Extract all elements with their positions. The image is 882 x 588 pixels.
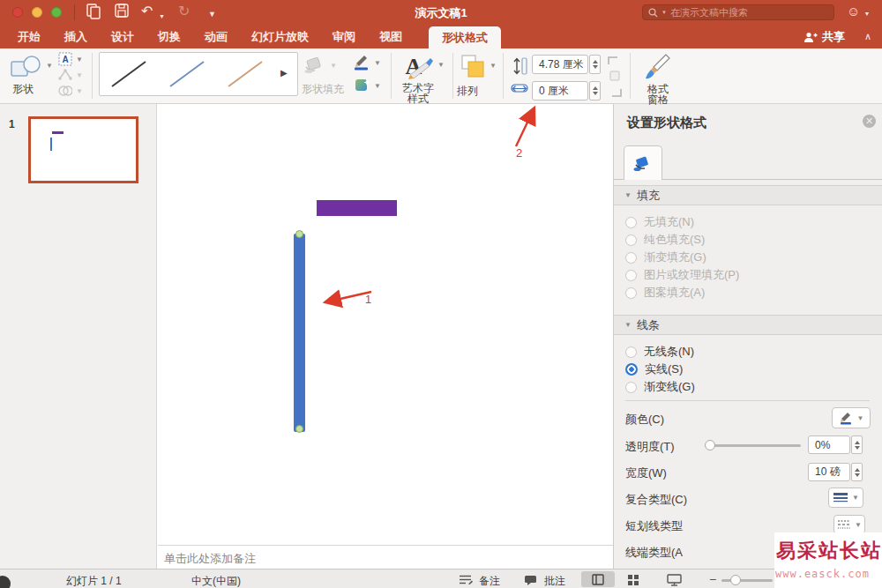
tab-design[interactable]: 设计 xyxy=(111,29,134,45)
line-section-header[interactable]: ▼ 线条 xyxy=(614,315,882,335)
shapefill-dropdown-caret: ▼ xyxy=(330,62,337,70)
wordart-icon[interactable]: A xyxy=(401,52,435,80)
ribbon: ▼ 形状 A ▼ ▼ ▼ ▶ ▼ 形状填充 ▼ ▼ A xyxy=(0,48,882,104)
wordart-dropdown-caret[interactable]: ▼ xyxy=(437,61,445,69)
shape-style-gallery[interactable] xyxy=(99,52,298,96)
transparency-slider-thumb[interactable] xyxy=(705,440,715,450)
shape-bottom-handle[interactable] xyxy=(295,425,303,433)
transparency-label: 透明度(T) xyxy=(625,439,675,455)
tab-shape-format-active[interactable]: 形状格式 xyxy=(429,26,501,48)
dash-lines-icon xyxy=(837,519,851,530)
radio-selected-icon[interactable] xyxy=(625,363,638,376)
line-style-black[interactable] xyxy=(100,55,158,93)
notes-toggle-icon[interactable] xyxy=(458,575,473,584)
text-box-icon[interactable]: A xyxy=(58,52,72,66)
tab-review[interactable]: 审阅 xyxy=(333,29,355,45)
search-scope-caret[interactable]: ▼ xyxy=(662,10,667,15)
slide-canvas[interactable] xyxy=(158,104,613,569)
format-pane-button[interactable] xyxy=(644,52,672,82)
line-width-label: 宽度(W) xyxy=(625,465,667,481)
zoom-out-button[interactable]: − xyxy=(709,572,716,586)
compound-lines-icon xyxy=(833,492,848,503)
tab-home[interactable]: 开始 xyxy=(18,29,41,45)
line-color-button[interactable]: ▼ xyxy=(832,407,871,428)
annotation-label-2: 2 xyxy=(516,146,522,160)
shape-width-icon xyxy=(510,83,529,95)
insert-shape-icon[interactable] xyxy=(9,54,44,80)
transparency-stepper[interactable] xyxy=(851,435,863,454)
linecolor-dropdown-caret[interactable]: ▼ xyxy=(374,59,381,67)
slideshow-view-button[interactable] xyxy=(667,574,682,586)
fill-section-label: 填充 xyxy=(637,188,660,204)
share-button[interactable]: 共享 xyxy=(804,29,845,45)
line-color-pencil-icon[interactable] xyxy=(352,55,371,71)
thumb-purple-shape xyxy=(52,131,64,134)
language-indicator[interactable]: 中文(中国) xyxy=(191,574,241,588)
arrange-icon[interactable] xyxy=(460,54,487,78)
tab-transitions[interactable]: 切换 xyxy=(158,29,181,45)
slide-sorter-view-button[interactable] xyxy=(628,575,639,585)
ribbon-divider xyxy=(630,53,631,99)
ribbon-tabbar: 开始 插入 设计 切换 动画 幻灯片放映 审阅 视图 形状格式 共享 ∧ xyxy=(0,25,882,48)
share-label: 共享 xyxy=(822,29,845,45)
zoom-slider-thumb[interactable] xyxy=(730,575,741,585)
line-style-orange[interactable] xyxy=(216,55,274,93)
normal-view-button[interactable] xyxy=(581,571,615,587)
arrange-dropdown-caret[interactable]: ▼ xyxy=(490,62,497,70)
search-input[interactable]: ▼ 在演示文稿中搜索 xyxy=(642,4,834,20)
shape-height-icon xyxy=(512,56,528,77)
collapse-triangle-icon: ▼ xyxy=(624,321,632,329)
feedback-smiley-icon[interactable]: ☺ ▼ xyxy=(847,4,870,19)
notes-area[interactable]: 单击此处添加备注 xyxy=(158,545,613,569)
tab-view[interactable]: 视图 xyxy=(379,29,402,45)
watermark-site-name: 易采站长站 xyxy=(776,538,880,564)
share-person-icon xyxy=(804,32,818,43)
textbox-dropdown-caret[interactable]: ▼ xyxy=(76,56,83,63)
line-option-none[interactable]: 无线条(N) xyxy=(625,344,694,360)
slide-thumbnail-panel: 1 xyxy=(0,104,157,569)
gallery-more-arrow[interactable]: ▶ xyxy=(280,68,288,78)
line-option-solid[interactable]: 实线(S) xyxy=(625,361,683,377)
compound-type-label: 复合类型(C) xyxy=(625,492,687,508)
search-icon xyxy=(648,8,658,18)
purple-rectangle-shape[interactable] xyxy=(317,200,397,216)
width-stepper[interactable] xyxy=(589,81,601,100)
dash-type-button[interactable]: ▼ xyxy=(833,515,865,534)
merge-dropdown-caret: ▼ xyxy=(76,87,83,95)
line-section-label: 线条 xyxy=(637,317,660,333)
shape-top-handle[interactable] xyxy=(295,230,303,238)
transparency-slider[interactable] xyxy=(708,444,801,447)
shapes-dropdown-caret[interactable]: ▼ xyxy=(46,62,53,70)
effects-dropdown-caret[interactable]: ▼ xyxy=(374,82,381,90)
panel-tab-fill-line[interactable] xyxy=(624,145,662,180)
comments-toggle-label[interactable]: 批注 xyxy=(544,574,565,588)
line-style-blue[interactable] xyxy=(158,55,216,93)
notes-toggle-label[interactable]: 备注 xyxy=(479,574,500,588)
line-width-stepper[interactable] xyxy=(851,463,863,481)
radio-icon[interactable] xyxy=(625,382,637,393)
tab-insert[interactable]: 插入 xyxy=(64,29,87,45)
shape-width-field[interactable]: 0 厘米 xyxy=(532,81,588,100)
comments-toggle-icon[interactable] xyxy=(524,575,537,585)
line-option-gradient[interactable]: 渐变线(G) xyxy=(625,379,695,395)
transparency-value-field[interactable]: 0% xyxy=(808,435,850,454)
compound-type-button[interactable]: ▼ xyxy=(828,488,863,508)
slide-thumbnail[interactable] xyxy=(28,116,138,183)
shape-effects-icon[interactable] xyxy=(354,78,371,93)
shape-height-field[interactable]: 4.78 厘米 xyxy=(532,55,588,74)
slide-counter: 幻灯片 1 / 1 xyxy=(66,574,122,588)
corner-artifact xyxy=(0,576,11,588)
collapse-triangle-icon: ▼ xyxy=(624,191,632,199)
height-stepper[interactable] xyxy=(589,55,601,74)
line-width-field[interactable]: 10 磅 xyxy=(808,463,850,481)
collapse-ribbon-icon[interactable]: ∧ xyxy=(864,31,871,42)
blue-line-shape-selected[interactable] xyxy=(294,234,305,432)
panel-close-icon[interactable]: ✕ xyxy=(863,115,876,128)
fill-option-pattern: 图案填充(A) xyxy=(625,285,705,301)
radio-icon[interactable] xyxy=(625,346,637,358)
fill-section-header[interactable]: ▼ 填充 xyxy=(614,185,882,205)
tab-animations[interactable]: 动画 xyxy=(205,29,228,45)
arrange-label: 排列 xyxy=(457,84,478,99)
zoom-slider[interactable] xyxy=(721,579,773,582)
tab-slideshow[interactable]: 幻灯片放映 xyxy=(251,29,309,45)
